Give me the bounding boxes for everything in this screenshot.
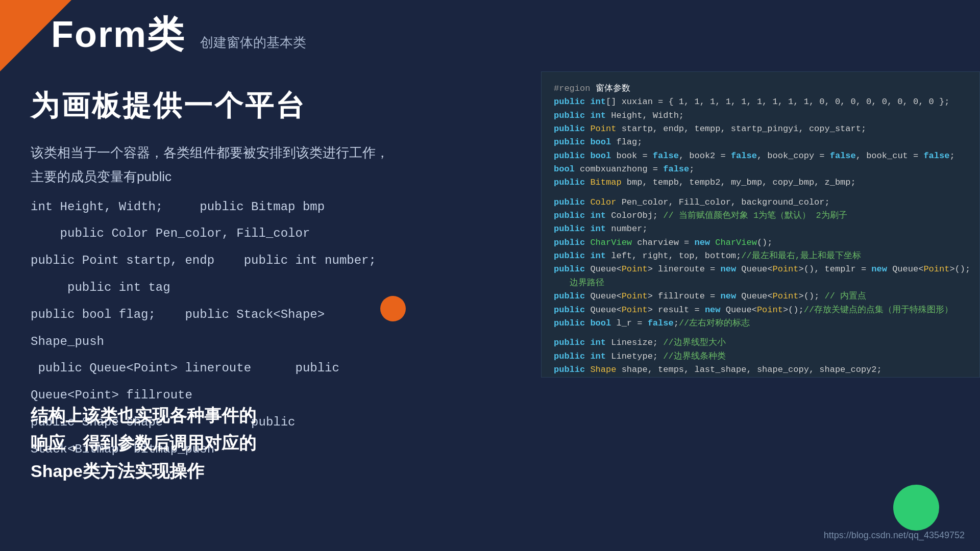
code-line-14b: 边界路径 xyxy=(554,277,967,290)
bottom-text: 结构上该类也实现各种事件的响应，得到参数后调用对应的Shape类方法实现操作 xyxy=(31,402,316,485)
code-line-9: public Color Pen_color, Fill_color, back… xyxy=(554,196,967,209)
code-line-5: public bool flag; xyxy=(554,136,967,149)
code-line-8: public Bitmap bmp, tempb, tempb2, my_bmp… xyxy=(554,176,967,189)
page-subtitle: 创建窗体的基本类 xyxy=(200,34,306,52)
code-line-12: public CharView charview = new CharView(… xyxy=(554,236,967,249)
code-line-16: public Queue<Point> result = new Queue<P… xyxy=(554,304,967,317)
code-panel: #region 窗体参数 public int[] xuxian = { 1, … xyxy=(541,71,980,378)
code-gap-1 xyxy=(554,190,967,196)
code-line-7: bool combxuanzhong = false; xyxy=(554,163,967,176)
bottom-paragraph: 结构上该类也实现各种事件的响应，得到参数后调用对应的Shape类方法实现操作 xyxy=(31,402,316,485)
code-item-1: int Height, Width; public Bitmap bmp pub… xyxy=(31,194,398,248)
code-item-3: public bool flag; public Stack<Shape> Sh… xyxy=(31,302,398,356)
code-line-21: public Stack<Shape> Shape_push = new Sta… xyxy=(554,377,967,378)
code-line-13: public int left, right, top, bottom;//最左… xyxy=(554,249,967,263)
code-line-11: public int number; xyxy=(554,222,967,236)
code-line-10: public int ColorObj; // 当前赋值颜色对象 1为笔（默认）… xyxy=(554,209,967,222)
code-line-4: public Point startp, endp, tempp, startp… xyxy=(554,122,967,136)
header: Form类 创建窗体的基本类 xyxy=(51,10,306,59)
code-line-6: public bool book = false, book2 = false,… xyxy=(554,149,967,163)
description-text: 该类相当于一个容器，各类组件都要被安排到该类进行工作，主要的成员变量有publi… xyxy=(31,141,398,189)
page-title: Form类 xyxy=(51,10,185,59)
code-line-19: public int Linetype; //边界线条种类 xyxy=(554,350,967,363)
code-gap-2 xyxy=(554,330,967,336)
code-line-14: public Queue<Point> lineroute = new Queu… xyxy=(554,263,967,276)
code-item-2: public Point startp, endp public int num… xyxy=(31,247,398,302)
decorative-green-circle xyxy=(893,485,939,531)
code-line-3: public int Height, Width; xyxy=(554,109,967,122)
code-line-1: #region 窗体参数 xyxy=(554,82,967,95)
decorative-orange-circle xyxy=(380,296,406,321)
code-line-17: public bool l_r = false;//左右对称的标志 xyxy=(554,317,967,330)
code-line-18: public int Linesize; //边界线型大小 xyxy=(554,336,967,349)
code-line-15: public Queue<Point> fillroute = new Queu… xyxy=(554,290,967,303)
footer-url: https://blog.csdn.net/qq_43549752 xyxy=(824,530,965,541)
section-heading: 为画板提供一个平台 xyxy=(31,87,398,126)
code-line-20: public Shape shape, temps, last_shape, s… xyxy=(554,363,967,377)
code-line-2: public int[] xuxian = { 1, 1, 1, 1, 1, 1… xyxy=(554,95,967,109)
